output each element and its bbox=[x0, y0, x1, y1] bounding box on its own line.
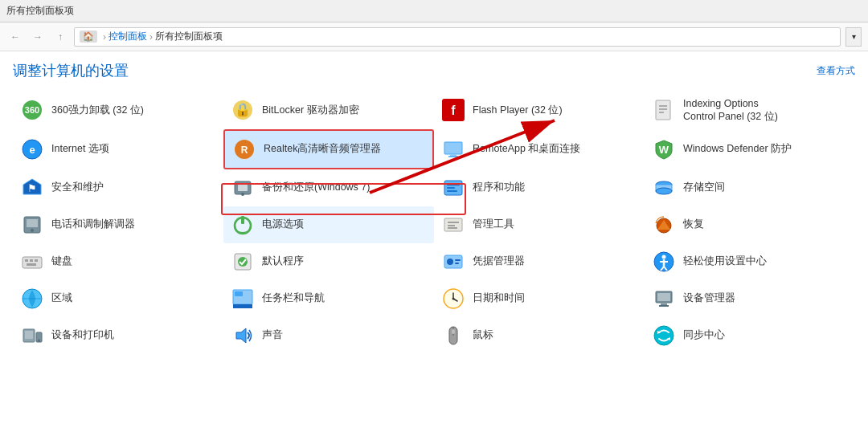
item-label-realtek: Realtek高清晰音频管理器 bbox=[264, 142, 381, 155]
item-icon-keyboard bbox=[19, 249, 45, 275]
svg-rect-27 bbox=[447, 190, 457, 192]
item-security[interactable]: ⚑ 安全和维护 bbox=[13, 169, 223, 206]
svg-marker-76 bbox=[236, 328, 246, 343]
item-admin[interactable]: 管理工具 bbox=[434, 206, 645, 243]
item-device-manager[interactable]: 设备管理器 bbox=[645, 280, 855, 317]
item-flash[interactable]: f Flash Player (32 位) bbox=[434, 92, 645, 129]
breadcrumb-control-panel[interactable]: 控制面板 bbox=[108, 30, 147, 43]
items-grid: 360 360强力卸载 (32 位) 🔒 BitLocker 驱动器加密 f F… bbox=[13, 92, 855, 354]
item-360[interactable]: 360 360强力卸载 (32 位) bbox=[13, 92, 223, 129]
item-backup[interactable]: 备份和还原(Windows 7) bbox=[223, 169, 434, 206]
item-storage[interactable]: 存储空间 bbox=[645, 169, 855, 206]
svg-point-48 bbox=[238, 257, 248, 267]
item-icon-backup bbox=[230, 175, 256, 201]
item-label-bitlocker: BitLocker 驱动器加密 bbox=[262, 104, 359, 116]
item-icon-sync bbox=[651, 323, 677, 348]
item-icon-realtek: R bbox=[231, 136, 257, 162]
item-label-accessibility: 轻松使用设置中心 bbox=[683, 255, 767, 267]
item-label-device-manager: 设备管理器 bbox=[683, 291, 735, 304]
item-icon-power bbox=[230, 212, 256, 238]
item-label-storage: 存储空间 bbox=[683, 181, 725, 193]
title-bar-text: 所有控制面板项 bbox=[6, 4, 74, 18]
item-label-keyboard: 键盘 bbox=[51, 255, 72, 267]
item-sound[interactable]: 声音 bbox=[223, 317, 434, 354]
item-icon-datetime bbox=[440, 286, 466, 312]
page-header: 调整计算机的设置 查看方式 bbox=[13, 61, 855, 80]
svg-rect-45 bbox=[35, 259, 38, 262]
item-credential[interactable]: 凭据管理器 bbox=[434, 243, 645, 280]
svg-rect-46 bbox=[27, 263, 36, 266]
item-windows-defender[interactable]: W Windows Defender 防护 bbox=[645, 129, 855, 169]
svg-text:⚑: ⚑ bbox=[27, 182, 37, 194]
item-label-security: 安全和维护 bbox=[51, 181, 104, 193]
item-icon-storage bbox=[651, 175, 677, 201]
item-programs[interactable]: 程序和功能 bbox=[434, 169, 645, 206]
address-bar: ← → ↑ 🏠 › 控制面板 › 所有控制面板项 ▾ bbox=[0, 22, 868, 51]
up-button[interactable]: ↑ bbox=[51, 28, 69, 46]
svg-point-79 bbox=[452, 329, 455, 334]
item-phone[interactable]: 电话和调制解调器 bbox=[13, 206, 223, 243]
svg-point-23 bbox=[241, 193, 244, 196]
item-label-admin: 管理工具 bbox=[473, 218, 514, 230]
item-icon-region bbox=[19, 286, 45, 312]
item-recovery[interactable]: 恢复 bbox=[645, 206, 855, 243]
svg-rect-62 bbox=[233, 304, 252, 308]
item-keyboard[interactable]: 键盘 bbox=[13, 243, 223, 280]
item-icon-remoteapp bbox=[440, 136, 466, 162]
item-sync[interactable]: 同步中心 bbox=[645, 317, 855, 354]
svg-text:R: R bbox=[241, 145, 248, 156]
item-label-defender: Windows Defender 防护 bbox=[683, 142, 792, 155]
item-label-region: 区域 bbox=[51, 291, 72, 304]
item-region[interactable]: 区域 bbox=[13, 280, 223, 317]
item-icon-flash: f bbox=[440, 97, 466, 123]
svg-rect-6 bbox=[656, 100, 670, 120]
item-devices[interactable]: 设备和打印机 bbox=[13, 317, 223, 354]
svg-rect-44 bbox=[30, 259, 33, 262]
svg-rect-35 bbox=[241, 216, 244, 224]
item-icon-sound bbox=[230, 323, 256, 348]
svg-point-67 bbox=[452, 297, 455, 299]
item-icon-bitlocker: 🔒 bbox=[230, 97, 256, 123]
svg-point-33 bbox=[31, 229, 34, 232]
item-realtek[interactable]: R Realtek高清晰音频管理器 bbox=[223, 129, 434, 169]
item-bitlocker[interactable]: 🔒 BitLocker 驱动器加密 bbox=[223, 92, 434, 129]
svg-rect-52 bbox=[455, 263, 459, 264]
item-label-360: 360强力卸载 (32 位) bbox=[51, 104, 144, 116]
item-label-flash: Flash Player (32 位) bbox=[473, 104, 563, 116]
home-icon: 🏠 bbox=[80, 31, 97, 43]
item-icon-admin bbox=[440, 212, 466, 238]
view-mode-link[interactable]: 查看方式 bbox=[817, 64, 855, 78]
item-label-sound: 声音 bbox=[262, 328, 283, 341]
item-icon-programs bbox=[440, 175, 466, 201]
item-remoteapp[interactable]: RemoteApp 和桌面连接 bbox=[434, 129, 645, 169]
forward-button[interactable]: → bbox=[29, 28, 47, 46]
item-mouse[interactable]: 鼠标 bbox=[434, 317, 645, 354]
item-label-datetime: 日期和时间 bbox=[473, 291, 525, 304]
item-label-recovery: 恢复 bbox=[683, 218, 704, 230]
item-default[interactable]: 默认程序 bbox=[223, 243, 434, 280]
item-icon-windows-defender: W bbox=[651, 136, 677, 162]
item-indexing[interactable]: Indexing OptionsControl Panel (32 位) bbox=[645, 92, 855, 129]
item-icon-devices bbox=[19, 323, 45, 348]
svg-rect-25 bbox=[447, 183, 460, 185]
back-button[interactable]: ← bbox=[6, 28, 24, 46]
item-accessibility[interactable]: 轻松使用设置中心 bbox=[645, 243, 855, 280]
address-path: 🏠 › 控制面板 › 所有控制面板项 bbox=[74, 27, 841, 47]
item-taskbar[interactable]: 任务栏和导航 bbox=[223, 280, 434, 317]
svg-rect-73 bbox=[25, 331, 33, 339]
address-dropdown[interactable]: ▾ bbox=[845, 27, 862, 47]
item-internet[interactable]: e Internet 选项 bbox=[13, 129, 223, 169]
item-icon-phone bbox=[19, 212, 45, 238]
item-icon-accessibility bbox=[651, 249, 677, 275]
item-icon-mouse bbox=[440, 323, 466, 348]
svg-rect-26 bbox=[447, 187, 455, 189]
svg-rect-36 bbox=[444, 218, 462, 231]
main-content: 调整计算机的设置 查看方式 360 360强力卸载 (32 位) 🔒 BitLo… bbox=[0, 51, 868, 364]
item-icon-security: ⚑ bbox=[19, 175, 45, 201]
item-icon-recovery bbox=[651, 212, 677, 238]
item-datetime[interactable]: 日期和时间 bbox=[434, 280, 645, 317]
item-power[interactable]: 电源选项 bbox=[223, 206, 434, 243]
svg-text:W: W bbox=[659, 144, 669, 156]
breadcrumb-current: 所有控制面板项 bbox=[155, 30, 223, 43]
item-icon-360: 360 bbox=[19, 97, 45, 123]
